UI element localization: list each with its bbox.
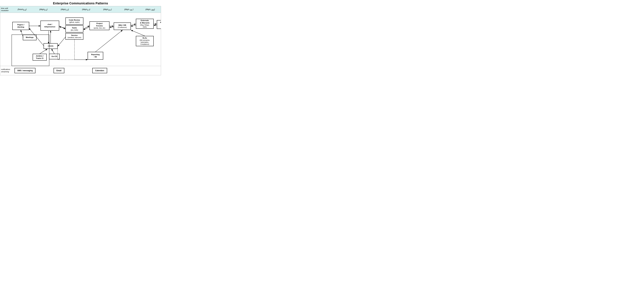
notifications-row: notificationsstreaiming SMS / messaging … (0, 66, 161, 75)
timeline-col-2: (days0-1) (33, 8, 54, 11)
notifications-label: notificationsstreaiming (0, 68, 12, 73)
timeline-col-6: (days~90 ) (118, 8, 140, 11)
svg-line-4 (84, 27, 90, 30)
svg-line-13 (58, 37, 66, 46)
svg-line-8 (131, 25, 136, 26)
timeline-col-7: (days~365) (140, 8, 161, 11)
email-box: Email (54, 68, 64, 73)
timeline-col-4: (days3-7) (76, 8, 97, 11)
page-title: Enterprise Communications Patterns (0, 0, 161, 6)
gocd-box: Go-CD (49, 54, 60, 59)
service-box: Service (zendesk, intercom) (66, 33, 84, 40)
svg-line-17 (96, 30, 122, 52)
meetings-box: Meetings (23, 35, 36, 40)
svg-line-7 (131, 24, 136, 25)
svg-line-15 (52, 49, 54, 54)
timeline-header: time untilresolution (hours0-2) (days0-1… (0, 6, 161, 13)
svg-line-2 (60, 27, 66, 28)
slas-box: SLAs (QA scenarios,automation,Compliance… (136, 36, 154, 46)
reporting-box: Reporting/ BI (88, 52, 103, 60)
chat-box: chat /telepresence (40, 20, 59, 30)
svg-line-18 (131, 30, 145, 36)
timeline-cols: (hours0-2) (days0-1) (days1-3) (days3-7)… (12, 8, 161, 11)
notifications-items: SMS / messaging Email Calendars (12, 68, 161, 73)
svg-line-5 (110, 26, 113, 26)
code-review-box: Code Review (github, zeplin) (66, 18, 84, 25)
sms-box: SMS / messaging (14, 68, 36, 73)
jenkins-box: Jenkins /Travis CI (33, 54, 47, 60)
svg-line-14 (40, 49, 47, 54)
timeline-col-1: (hours0-2) (12, 8, 33, 11)
tasks-box: Tasks (jira, trello) (66, 25, 84, 32)
timeline-label: time untilresolution (0, 7, 12, 12)
robots-box: robots (44, 43, 58, 49)
timeline-col-5: (days14+) (97, 8, 118, 11)
svg-line-3 (84, 26, 89, 29)
calendars-box: Calendars (92, 68, 107, 73)
diagram-area: Pagers /Alerting Meetings chat /telepres… (0, 13, 161, 66)
svg-line-1 (59, 26, 65, 29)
timeline-col-3: (days1-3) (54, 8, 76, 11)
pagers-box: Pagers /Alerting (12, 22, 29, 30)
wiki-box: Wiki / KB (Confluence) (114, 22, 131, 30)
project-forums-box: ProjectForums (portal, Jive, etc) (90, 22, 110, 30)
agreements-box: Agreements (Contracts,POs) (157, 20, 161, 29)
externals-box: Externals& Warrants (Reg. Filings,OKR) (136, 19, 154, 29)
